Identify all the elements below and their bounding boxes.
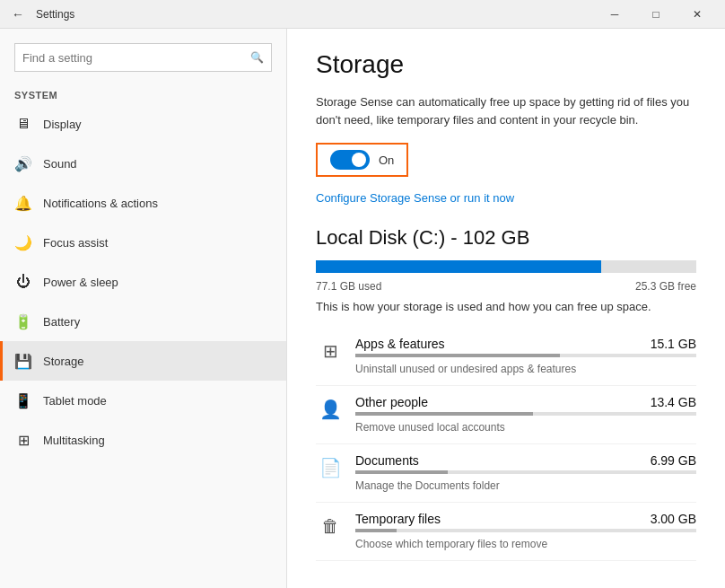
page-title: Storage [316, 50, 696, 79]
storage-item-header-3: Temporary files 3.00 GB [355, 512, 696, 526]
search-icon: 🔍 [250, 51, 264, 64]
toggle-label: On [379, 154, 394, 167]
toggle-track [330, 150, 370, 170]
display-icon: 🖥 [14, 115, 32, 133]
sidebar-label-notifications: Notifications & actions [43, 197, 158, 210]
maximize-button[interactable]: □ [635, 0, 677, 29]
title-bar-title: Settings [36, 8, 594, 21]
storage-item-documents[interactable]: 📄 Documents 6.99 GB Manage the Documents… [316, 444, 696, 503]
storage-item-bar-fill-2 [355, 470, 448, 474]
nav-items-container: 🖥 Display 🔊 Sound 🔔 Notifications & acti… [0, 104, 286, 460]
storage-item-name-0: Apps & features [355, 337, 445, 351]
sound-icon: 🔊 [14, 154, 32, 172]
storage-item-name-1: Other people [355, 395, 428, 409]
close-button[interactable]: ✕ [677, 0, 718, 29]
storage-item-bar-3 [355, 529, 696, 532]
section-label: System [0, 79, 286, 104]
sidebar-label-battery: Battery [43, 315, 80, 329]
storage-item-size-1: 13.4 GB [651, 395, 696, 409]
configure-link[interactable]: Configure Storage Sense or run it now [316, 191, 696, 205]
toggle-thumb [352, 153, 366, 167]
sidebar-label-storage: Storage [43, 355, 84, 368]
sidebar-item-battery[interactable]: 🔋 Battery [0, 302, 286, 341]
sidebar-label-sound: Sound [43, 157, 77, 171]
sidebar-item-power[interactable]: ⏻ Power & sleep [0, 262, 286, 302]
disk-title: Local Disk (C:) - 102 GB [316, 226, 696, 250]
sidebar-label-focus: Focus assist [43, 236, 108, 250]
storage-bar-used [316, 260, 601, 273]
main-layout: 🔍 System 🖥 Display 🔊 Sound 🔔 Notificatio… [0, 29, 725, 588]
sidebar-item-notifications[interactable]: 🔔 Notifications & actions [0, 183, 286, 223]
storage-item-apps-&-features[interactable]: ⊞ Apps & features 15.1 GB Uninstall unus… [316, 328, 696, 386]
storage-item-icon-0: ⊞ [316, 337, 345, 365]
storage-item-size-2: 6.99 GB [651, 453, 696, 468]
sidebar-item-sound[interactable]: 🔊 Sound [0, 144, 286, 183]
sidebar-header: 🔍 [0, 29, 286, 79]
search-box[interactable]: 🔍 [14, 43, 272, 72]
sidebar-label-power: Power & sleep [43, 276, 118, 289]
storage-item-bar-fill-3 [355, 529, 397, 532]
storage-item-desc-1: Remove unused local accounts [355, 421, 505, 434]
storage-icon: 💾 [14, 352, 32, 370]
storage-item-other-people[interactable]: 👤 Other people 13.4 GB Remove unused loc… [316, 386, 696, 444]
storage-item-icon-3: 🗑 [316, 512, 345, 540]
storage-item-name-2: Documents [355, 453, 419, 468]
storage-free-label: 25.3 GB free [635, 280, 696, 293]
storage-item-content-0: Apps & features 15.1 GB Uninstall unused… [355, 337, 696, 376]
sidebar-label-tablet: Tablet mode [43, 394, 107, 408]
back-button[interactable]: ← [7, 4, 29, 25]
content-area: Storage Storage Sense can automatically … [287, 29, 725, 588]
storage-item-name-3: Temporary files [355, 512, 441, 526]
storage-item-icon-2: 📄 [316, 453, 345, 482]
storage-item-temporary-files[interactable]: 🗑 Temporary files 3.00 GB Choose which t… [316, 503, 696, 561]
sidebar-item-multitasking[interactable]: ⊞ Multitasking [0, 420, 286, 460]
storage-item-bar-0 [355, 354, 696, 357]
multitasking-icon: ⊞ [14, 431, 32, 449]
storage-item-size-3: 3.00 GB [651, 512, 696, 526]
storage-item-desc-3: Choose which temporary files to remove [355, 538, 547, 550]
storage-desc: This is how your storage is used and how… [316, 300, 696, 313]
sidebar-item-tablet[interactable]: 📱 Tablet mode [0, 381, 286, 420]
sidebar-item-focus[interactable]: 🌙 Focus assist [0, 223, 286, 262]
sidebar-item-storage[interactable]: 💾 Storage [0, 341, 286, 381]
battery-icon: 🔋 [14, 312, 32, 330]
sidebar: 🔍 System 🖥 Display 🔊 Sound 🔔 Notificatio… [0, 29, 287, 588]
storage-item-desc-2: Manage the Documents folder [355, 479, 500, 492]
storage-item-bar-1 [355, 412, 696, 416]
storage-item-content-2: Documents 6.99 GB Manage the Documents f… [355, 453, 696, 493]
storage-item-header-2: Documents 6.99 GB [355, 453, 696, 468]
sidebar-item-display[interactable]: 🖥 Display [0, 104, 286, 144]
storage-item-bar-fill-1 [355, 412, 533, 416]
storage-item-header-0: Apps & features 15.1 GB [355, 337, 696, 351]
storage-item-icon-1: 👤 [316, 395, 345, 424]
focus-icon: 🌙 [14, 233, 32, 251]
title-bar: ← Settings ─ □ ✕ [0, 0, 725, 29]
storage-item-content-3: Temporary files 3.00 GB Choose which tem… [355, 512, 696, 551]
notifications-icon: 🔔 [14, 194, 32, 212]
storage-item-size-0: 15.1 GB [651, 337, 696, 351]
storage-item-desc-0: Uninstall unused or undesired apps & fea… [355, 363, 576, 375]
storage-stats: 77.1 GB used 25.3 GB free [316, 280, 696, 293]
storage-item-header-1: Other people 13.4 GB [355, 395, 696, 409]
sidebar-label-multitasking: Multitasking [43, 434, 105, 447]
storage-item-bar-2 [355, 470, 696, 474]
storage-sense-toggle-container[interactable]: On [316, 143, 408, 177]
power-icon: ⏻ [14, 273, 32, 291]
search-input[interactable] [22, 51, 250, 65]
storage-description: Storage Sense can automatically free up … [316, 93, 696, 128]
tablet-icon: 📱 [14, 391, 32, 409]
minimize-button[interactable]: ─ [594, 0, 635, 29]
storage-sense-toggle[interactable] [330, 150, 370, 170]
storage-item-content-1: Other people 13.4 GB Remove unused local… [355, 395, 696, 434]
sidebar-label-display: Display [43, 118, 82, 131]
storage-used-label: 77.1 GB used [316, 280, 381, 293]
window-controls: ─ □ ✕ [594, 0, 718, 29]
storage-items-container: ⊞ Apps & features 15.1 GB Uninstall unus… [316, 328, 696, 561]
storage-item-bar-fill-0 [355, 354, 560, 357]
storage-bar [316, 260, 696, 273]
